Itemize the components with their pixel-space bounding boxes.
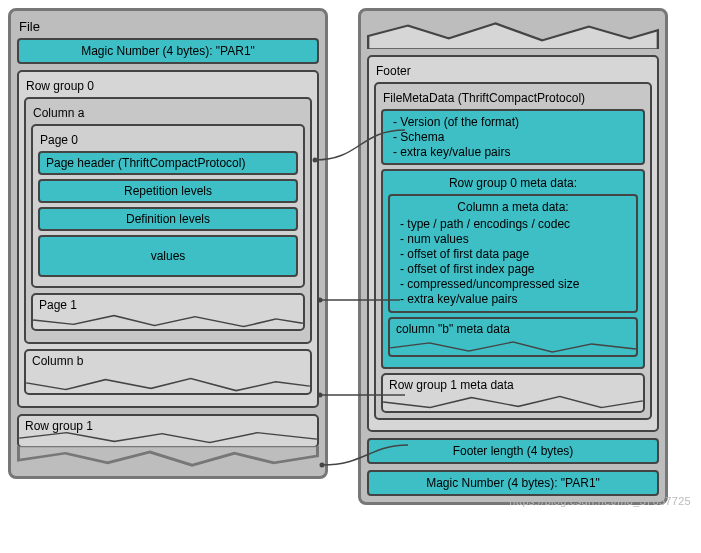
file-meta-title: FileMetaData (ThriftCompactProtocol): [381, 89, 645, 109]
file-magic-top: Magic Number (4 bytes): "PAR1": [17, 38, 319, 64]
file-meta-data: FileMetaData (ThriftCompactProtocol) Ver…: [374, 82, 652, 420]
rg1-meta-title: Row group 1 meta data: [389, 378, 514, 392]
rg0-meta-title: Row group 0 meta data:: [388, 176, 638, 190]
page-1-title: Page 1: [39, 298, 77, 312]
file-title: File: [17, 17, 319, 38]
col-a-l1: type / path / encodings / codec: [400, 217, 630, 231]
file-bottom-tear: [17, 446, 319, 470]
column-b-torn: Column b: [24, 349, 312, 395]
col-a-meta: Column a meta data: type / path / encodi…: [388, 194, 638, 313]
definition-levels: Definition levels: [38, 207, 298, 231]
svg-marker-1: [367, 23, 659, 49]
column-b-title: Column b: [32, 354, 83, 368]
col-a-l3: offset of first data page: [400, 247, 630, 261]
row-group-0-title: Row group 0: [24, 77, 312, 97]
repetition-levels: Repetition levels: [38, 179, 298, 203]
col-a-l4: offset of first index page: [400, 262, 630, 276]
page-1-torn: Page 1: [31, 293, 305, 331]
row-group-1-title: Row group 1: [25, 419, 93, 433]
file-meta-list: Version (of the format) Schema extra key…: [381, 109, 645, 165]
values-block: values: [38, 235, 298, 277]
col-a-l6: extra key/value pairs: [400, 292, 630, 306]
col-a-meta-title: Column a meta data:: [396, 200, 630, 214]
column-a-title: Column a: [31, 104, 305, 124]
footer-panel: Footer FileMetaData (ThriftCompactProtoc…: [358, 8, 668, 505]
col-b-meta-title: column "b" meta data: [396, 322, 510, 336]
file-panel: File Magic Number (4 bytes): "PAR1" Row …: [8, 8, 328, 479]
col-a-l2: num values: [400, 232, 630, 246]
column-a: Column a Page 0 Page header (ThriftCompa…: [24, 97, 312, 344]
row-group-1-torn: Row group 1: [17, 414, 319, 448]
rg0-meta: Row group 0 meta data: Column a meta dat…: [381, 169, 645, 369]
watermark: https://blog.csdn.net/m0_37657725: [509, 495, 691, 507]
svg-marker-0: [17, 446, 319, 465]
col-a-l5: compressed/uncompressed size: [400, 277, 630, 291]
meta-version: Version (of the format): [393, 115, 637, 129]
meta-schema: Schema: [393, 130, 637, 144]
page-header: Page header (ThriftCompactProtocol): [38, 151, 298, 175]
page-0-title: Page 0: [38, 131, 298, 151]
row-group-0: Row group 0 Column a Page 0 Page header …: [17, 70, 319, 408]
page-0: Page 0 Page header (ThriftCompactProtoco…: [31, 124, 305, 288]
rg1-meta-torn: Row group 1 meta data: [381, 373, 645, 413]
footer-top-tear: [367, 17, 659, 49]
footer-length: Footer length (4 bytes): [367, 438, 659, 464]
footer-magic: Magic Number (4 bytes): "PAR1": [367, 470, 659, 496]
footer-title: Footer: [374, 62, 652, 82]
col-b-meta-torn: column "b" meta data: [388, 317, 638, 357]
footer-box: Footer FileMetaData (ThriftCompactProtoc…: [367, 55, 659, 432]
meta-extra: extra key/value pairs: [393, 145, 637, 159]
